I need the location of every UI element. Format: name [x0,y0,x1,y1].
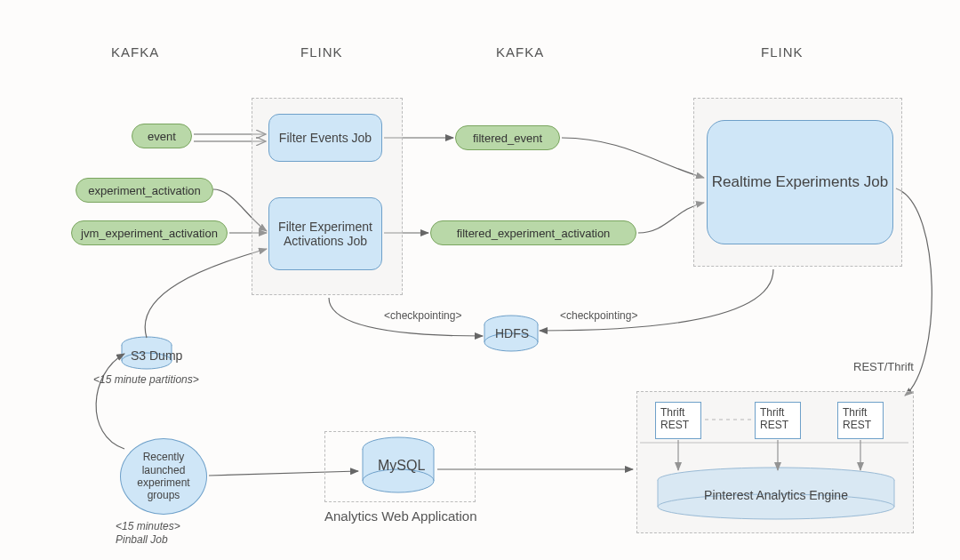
label-hdfs: HDFS [495,326,529,340]
topic-event: event [132,124,192,148]
thrift-rest-2: Thrift REST [755,402,801,439]
job-filter-events: Filter Events Job [268,114,382,162]
anno-pinball-time: <15 minutes> [116,520,180,532]
anno-rest-thrift: REST/Thrift [853,360,914,373]
anno-pinball-job: Pinball Job [116,533,168,546]
thrift-rest-1: Thrift REST [655,402,701,439]
col-kafka-1: KAFKA [111,44,159,60]
job-realtime-experiments: Realtime Experiments Job [707,120,893,244]
label-mysql: MySQL [378,458,425,474]
label-engine: Pinterest Analytics Engine [702,488,850,502]
thrift-rest-3: Thrift REST [837,402,884,439]
job-filter-activations: Filter Experiment Activations Job [268,197,382,270]
topic-jvm-experiment-activation: jvm_experiment_activation [71,220,228,245]
anno-analytics-app: Analytics Web Application [324,508,476,524]
col-flink-1: FLINK [300,44,343,60]
topic-filtered-event: filtered_event [455,125,560,150]
topic-experiment-activation: experiment_activation [76,178,213,203]
anno-checkpointing-left: <checkpointing> [384,309,461,322]
anno-s3-partitions: <15 minute partitions> [93,373,199,386]
node-recent-groups: Recently launched experiment groups [120,438,207,515]
topic-filtered-experiment-activation: filtered_experiment_activation [430,220,636,245]
col-flink-2: FLINK [761,44,804,60]
col-kafka-2: KAFKA [496,44,544,60]
anno-checkpointing-right: <checkpointing> [560,309,637,322]
label-s3: S3 Dump [131,348,182,363]
